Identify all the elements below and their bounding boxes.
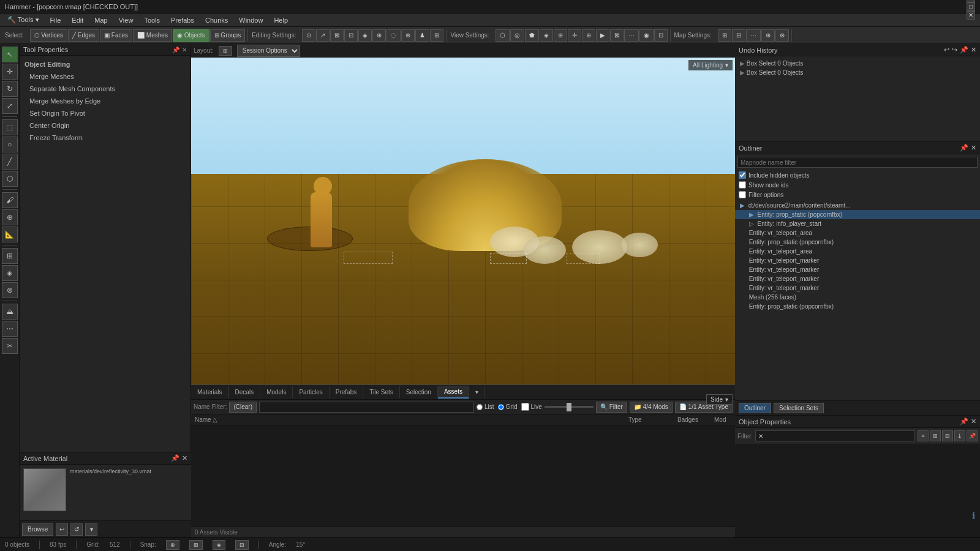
show-node-ids-checkbox[interactable] (739, 181, 746, 189)
undo-item-1[interactable]: Box Select 0 Objects (735, 59, 980, 68)
tool-move-btn[interactable]: ✛ (2, 64, 18, 80)
tool-snap-btn[interactable]: ⊕ (2, 209, 18, 225)
view-btn-11[interactable]: ◉ (639, 29, 654, 42)
tool-grid-btn[interactable]: ⊞ (2, 248, 18, 264)
tool-scale-btn[interactable]: ⤢ (2, 98, 18, 114)
tree-item-10[interactable]: Mesh (256 faces) (735, 293, 980, 302)
edit-btn-2[interactable]: ↗ (316, 29, 330, 42)
tree-item-8[interactable]: Entity: vr_teleport_marker (735, 274, 980, 283)
menu-tools[interactable]: Tools (139, 15, 165, 25)
view-btn-1[interactable]: ⬡ (496, 29, 510, 42)
live-checkbox[interactable] (521, 403, 529, 411)
assets-tab-assets[interactable]: Assets (438, 386, 469, 399)
material-icon-2[interactable]: ↺ (70, 523, 83, 536)
assets-tab-particles[interactable]: Particles (293, 386, 329, 398)
panel-close-icon[interactable]: ✕ (182, 47, 187, 53)
edit-btn-7[interactable]: ◌ (386, 29, 401, 42)
menu-help[interactable]: Help (269, 15, 293, 25)
map-btn-1[interactable]: ⊞ (718, 29, 731, 42)
merge-by-edge-btn[interactable]: Merge Meshes by Edge (20, 95, 190, 107)
redo-icon[interactable]: ↪ (952, 46, 957, 54)
tool-knife-btn[interactable]: ✂ (2, 338, 18, 354)
menu-window[interactable]: Window (234, 15, 268, 25)
assets-tab-dropdown[interactable]: ▾ (469, 386, 485, 398)
maximize-btn[interactable]: □ (967, 2, 975, 11)
view-btn-6[interactable]: ✛ (568, 29, 581, 42)
list-radio[interactable] (477, 404, 483, 410)
filter-pin-icon[interactable]: 📌 (967, 430, 978, 441)
select-faces-btn[interactable]: ▣ Faces (100, 29, 132, 42)
filter-grid-icon[interactable]: ⊟ (942, 430, 953, 441)
view-btn-5[interactable]: ⊛ (554, 29, 567, 42)
obj-props-filter-input[interactable] (755, 430, 915, 441)
tool-terrain-btn[interactable]: ⛰ (2, 304, 18, 320)
snap-btn-4[interactable]: ⊟ (235, 540, 249, 550)
edit-btn-6[interactable]: ⊕ (372, 29, 386, 42)
edit-btn-8[interactable]: ⊗ (401, 29, 415, 42)
map-btn-4[interactable]: ⊕ (761, 29, 775, 42)
tree-item-6[interactable]: Entity: vr_teleport_marker (735, 256, 980, 265)
obj-props-pin-icon[interactable]: 📌 (960, 418, 968, 425)
mapnode-filter-input[interactable] (737, 157, 978, 168)
viewport-3d[interactable]: All Lighting ▾ (191, 58, 735, 391)
tool-decal-btn[interactable]: ◈ (2, 265, 18, 281)
snap-btn-3[interactable]: ◈ (213, 540, 225, 550)
edit-btn-5[interactable]: ◈ (358, 29, 372, 42)
include-hidden-checkbox[interactable] (739, 171, 746, 179)
freeze-transform-btn[interactable]: Freeze Transform (20, 132, 190, 144)
assets-tab-models[interactable]: Models (260, 386, 293, 398)
edit-btn-9[interactable]: ♟ (415, 29, 429, 42)
map-btn-5[interactable]: ⊗ (775, 29, 789, 42)
edit-btn-4[interactable]: ⊡ (344, 29, 358, 42)
filter-tree-icon[interactable]: ⊞ (930, 430, 941, 441)
tool-measure-btn[interactable]: 📐 (2, 227, 18, 242)
snap-btn-2[interactable]: ⊞ (189, 540, 203, 550)
menu-edit[interactable]: Edit (67, 15, 88, 25)
side-view-btn[interactable]: Side ▾ (706, 394, 733, 405)
tool-entity-btn[interactable]: ⊗ (2, 282, 18, 298)
view-btn-12[interactable]: ⊡ (654, 29, 668, 42)
snap-btn-1[interactable]: ⊕ (166, 540, 179, 550)
separate-mesh-btn[interactable]: Separate Mesh Components (20, 83, 190, 95)
tree-item-11[interactable]: Entity: prop_static (popcornfbx) (735, 302, 980, 311)
menu-file[interactable]: File (45, 15, 66, 25)
view-btn-10[interactable]: ⋯ (624, 29, 639, 42)
zoom-slider[interactable] (545, 406, 594, 408)
mods-btn[interactable]: 📁 4/4 Mods (630, 402, 673, 413)
tool-rect-btn[interactable]: ⬚ (2, 119, 18, 135)
lighting-overlay-btn[interactable]: All Lighting ▾ (688, 60, 733, 70)
menu-prefabs[interactable]: Prefabs (166, 15, 199, 25)
assets-tab-materials[interactable]: Materials (191, 386, 229, 398)
map-btn-3[interactable]: ⋯ (746, 29, 761, 42)
set-origin-btn[interactable]: Set Origin To Pivot (20, 107, 190, 119)
select-vertices-btn[interactable]: ⬡ Vertices (30, 29, 67, 42)
menu-chunks[interactable]: Chunks (200, 15, 233, 25)
layout-icon-btn[interactable]: ⊞ (219, 46, 232, 56)
assets-search-input[interactable] (259, 402, 474, 413)
map-btn-2[interactable]: ⊟ (732, 29, 745, 42)
menu-view[interactable]: View (114, 15, 138, 25)
clear-filter-btn[interactable]: (Clear) (229, 402, 257, 413)
undo-panel-close-icon[interactable]: ✕ (971, 46, 976, 54)
tool-circle-btn[interactable]: ○ (2, 137, 18, 152)
material-pin-icon[interactable]: 📌 (171, 454, 179, 462)
tree-item-7[interactable]: Entity: vr_teleport_marker (735, 265, 980, 274)
merge-meshes-btn[interactable]: Merge Meshes (20, 70, 190, 83)
grid-radio[interactable] (498, 404, 504, 410)
edit-btn-10[interactable]: ⊞ (430, 29, 443, 42)
undo-item-2[interactable]: Box Select 0 Objects (735, 68, 980, 77)
view-btn-4[interactable]: ◈ (540, 29, 553, 42)
filter-options-checkbox[interactable] (739, 191, 746, 198)
view-btn-3[interactable]: ⬟ (525, 29, 539, 42)
material-icon-3[interactable]: ▾ (85, 523, 97, 536)
view-btn-8[interactable]: ▶ (596, 29, 609, 42)
filter-sort-icon[interactable]: ⤓ (954, 430, 965, 441)
col-badges[interactable]: Badges (674, 414, 710, 425)
filter-btn[interactable]: 🔍 Filter (596, 402, 627, 413)
select-meshes-btn[interactable]: ⬜ Meshes (133, 29, 172, 42)
menu-map[interactable]: Map (89, 15, 112, 25)
outliner-close-icon[interactable]: ✕ (971, 144, 976, 152)
tree-item-3[interactable]: Entity: vr_teleport_area (735, 228, 980, 238)
tool-poly-btn[interactable]: ⬡ (2, 171, 18, 187)
col-mod[interactable]: Mod (710, 414, 735, 425)
